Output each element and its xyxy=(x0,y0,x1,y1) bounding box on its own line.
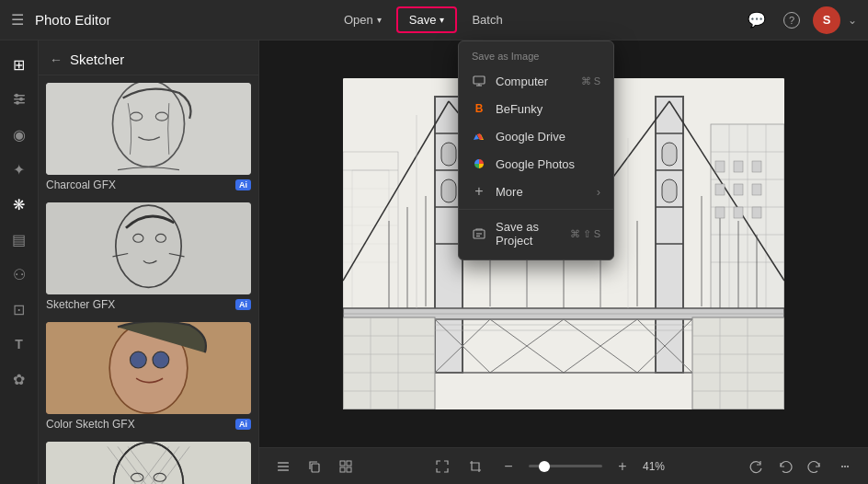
dropdown-divider xyxy=(459,209,613,210)
dropdown-item-gphotos[interactable]: Google Photos xyxy=(459,150,613,178)
dropdown-item-more[interactable]: + More › xyxy=(459,178,613,205)
dropdown-item-befunky[interactable]: B BeFunky xyxy=(459,95,613,122)
svg-rect-133 xyxy=(474,76,485,84)
computer-label: Computer xyxy=(496,75,572,88)
save-project-label: Save as Project xyxy=(496,220,561,248)
more-arrow-icon: › xyxy=(597,185,600,199)
gdrive-icon xyxy=(472,129,486,144)
dropdown-item-gdrive[interactable]: Google Drive xyxy=(459,122,613,150)
befunky-icon: B xyxy=(472,101,486,116)
more-label: More xyxy=(496,185,588,199)
gphotos-icon xyxy=(472,156,486,171)
dropdown-overlay[interactable]: Save as Image Computer ⌘ S B BeFunky xyxy=(0,0,868,484)
more-icon: + xyxy=(472,184,486,199)
save-project-shortcut: ⌘ ⇧ S xyxy=(570,228,600,240)
gdrive-label: Google Drive xyxy=(496,130,600,144)
dropdown-section-label: Save as Image xyxy=(459,47,613,67)
dropdown-item-computer[interactable]: Computer ⌘ S xyxy=(459,67,613,95)
save-dropdown: Save as Image Computer ⌘ S B BeFunky xyxy=(458,40,614,260)
befunky-label: BeFunky xyxy=(496,102,600,116)
project-icon xyxy=(472,226,486,241)
gphotos-label: Google Photos xyxy=(496,157,600,171)
computer-shortcut: ⌘ S xyxy=(581,75,600,87)
dropdown-item-save-project[interactable]: Save as Project ⌘ ⇧ S xyxy=(459,213,613,254)
computer-icon xyxy=(472,74,486,88)
